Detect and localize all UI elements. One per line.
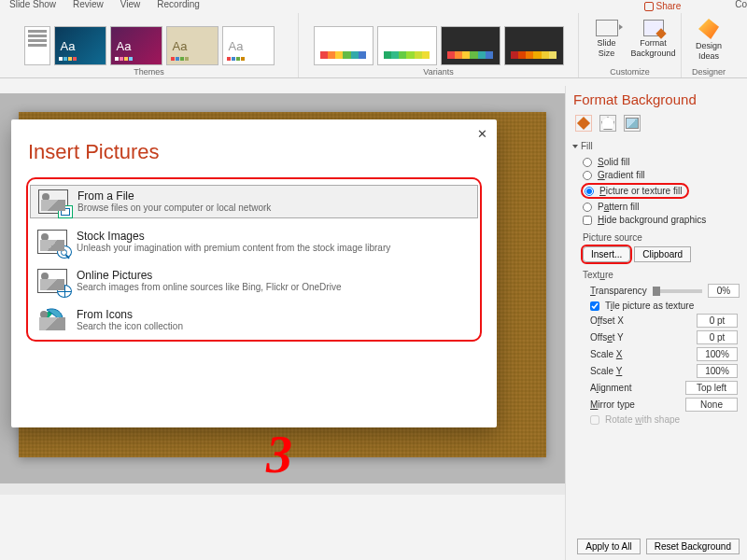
designer-group: Design Ideas Designer <box>682 13 736 77</box>
option-sub: Browse files on your computer or local n… <box>78 203 271 213</box>
picture-tab-icon[interactable] <box>624 115 641 132</box>
design-ideas-button[interactable]: Design Ideas <box>685 15 732 65</box>
option-from-file[interactable]: From a FileBrowse files on your computer… <box>30 185 478 218</box>
annotation-circle-1: Picture or texture fill <box>581 183 689 199</box>
horizontal-scrollbar[interactable] <box>0 483 565 495</box>
variants-group: Variants <box>299 13 579 77</box>
option-title: Stock Images <box>77 230 390 243</box>
picture-texture-fill-radio[interactable]: Picture or texture fill <box>585 186 682 196</box>
option-title: Online Pictures <box>77 269 341 282</box>
theme-handle-icon[interactable] <box>24 26 50 65</box>
apply-to-all-button[interactable]: Apply to All <box>577 539 640 554</box>
effects-tab-icon[interactable] <box>599 115 616 132</box>
scale-x-label: Scale X <box>590 349 622 359</box>
theme-1[interactable]: Aa <box>54 26 106 65</box>
fill-section-head[interactable]: Fill <box>573 141 740 151</box>
picture-icon <box>37 230 67 254</box>
share-button[interactable]: Share <box>644 0 682 13</box>
ribbon-tabs: Slide Show Review View Recording Share C… <box>0 0 747 13</box>
offset-y-label: Offset Y <box>590 332 624 343</box>
scale-y-label: Scale Y <box>590 366 622 376</box>
theme-3[interactable]: Aa <box>166 26 218 65</box>
fill-tab-icon[interactable] <box>575 115 592 132</box>
pane-title: Format Background <box>573 91 740 107</box>
option-from-icons[interactable]: From IconsSearch the icon collection <box>30 304 478 336</box>
globe-badge-icon <box>57 285 72 298</box>
transparency-value[interactable]: 0% <box>708 284 740 298</box>
transparency-slider[interactable] <box>653 289 702 293</box>
alignment-value[interactable]: Top left <box>685 381 738 395</box>
scale-x-value[interactable]: 100% <box>697 347 738 361</box>
pattern-fill-radio[interactable]: Pattern fill <box>583 202 740 212</box>
gradient-fill-radio[interactable]: Gradient fill <box>583 170 740 180</box>
option-online-pictures[interactable]: Online PicturesSearch images from online… <box>30 265 478 297</box>
format-background-button[interactable]: Format Background <box>630 13 677 65</box>
file-badge-icon <box>58 205 73 218</box>
tab-review[interactable]: Review <box>73 0 104 13</box>
option-title: From a File <box>78 189 271 203</box>
tab-slideshow[interactable]: Slide Show <box>9 0 56 13</box>
variants-label: Variants <box>423 67 453 77</box>
option-title: From Icons <box>77 308 183 321</box>
variant-4[interactable] <box>504 26 564 65</box>
alignment-label: Alignment <box>590 383 631 393</box>
designer-label: Designer <box>692 67 726 77</box>
variant-1[interactable] <box>314 26 374 65</box>
theme-2[interactable]: Aa <box>110 26 162 65</box>
scale-y-value[interactable]: 100% <box>697 364 738 378</box>
mirror-value[interactable]: None <box>685 398 738 412</box>
dialog-title: Insert Pictures <box>28 140 482 164</box>
offset-y-value[interactable]: 0 pt <box>697 330 738 344</box>
slide-size-button[interactable]: Slide Size <box>584 13 630 65</box>
hide-bg-graphics-checkbox[interactable]: Hide background graphics <box>583 215 740 225</box>
themes-label: Themes <box>134 67 164 77</box>
tile-checkbox[interactable]: Tile picture as texture <box>590 301 740 311</box>
option-stock-images[interactable]: Stock ImagesUnleash your imagination wit… <box>30 226 478 258</box>
slide-size-icon <box>596 20 618 36</box>
option-sub: Unleash your imagination with premium co… <box>77 243 390 253</box>
comments-button[interactable]: Co <box>735 0 747 13</box>
reset-background-button[interactable]: Reset Background <box>646 539 740 554</box>
clipboard-button[interactable]: Clipboard <box>634 246 691 262</box>
leaf-bird-icon <box>37 308 67 332</box>
picture-icon <box>37 269 67 293</box>
variant-3[interactable] <box>441 26 500 65</box>
format-background-icon <box>643 20 664 36</box>
tab-view[interactable]: View <box>120 0 141 13</box>
mirror-label: Mirror type <box>590 399 635 410</box>
option-sub: Search images from online sources like B… <box>77 282 341 292</box>
variant-2[interactable] <box>377 26 437 65</box>
tab-recording[interactable]: Recording <box>157 0 200 13</box>
picture-icon <box>38 189 68 214</box>
themes-group: Aa Aa Aa Aa Themes <box>0 13 299 77</box>
solid-fill-radio[interactable]: Solid fill <box>583 157 740 167</box>
transparency-label: Transparency <box>590 286 647 296</box>
customize-label: Customize <box>610 67 650 77</box>
close-icon[interactable]: ✕ <box>477 127 487 141</box>
design-ideas-icon <box>698 19 719 39</box>
offset-x-label: Offset X <box>590 315 624 326</box>
search-badge-icon <box>57 245 72 259</box>
rotate-with-shape-checkbox: Rotate with shape <box>590 414 740 425</box>
offset-x-value[interactable]: 0 pt <box>697 314 738 328</box>
theme-4[interactable]: Aa <box>222 26 275 65</box>
customize-group: Slide Size Format Background Customize <box>579 13 682 77</box>
texture-label: Texture <box>583 270 740 280</box>
picture-source-label: Picture source <box>583 232 740 243</box>
option-sub: Search the icon collection <box>77 321 183 331</box>
format-background-pane: Format Background Fill Solid fill Gradie… <box>565 86 747 560</box>
ribbon: Aa Aa Aa Aa Themes Variants Slide Size F… <box>0 13 747 78</box>
insert-pictures-dialog: ✕ Insert Pictures From a FileBrowse file… <box>11 119 497 427</box>
annotation-box-3: From a FileBrowse files on your computer… <box>26 177 482 342</box>
insert-button[interactable]: Insert... <box>583 246 630 262</box>
